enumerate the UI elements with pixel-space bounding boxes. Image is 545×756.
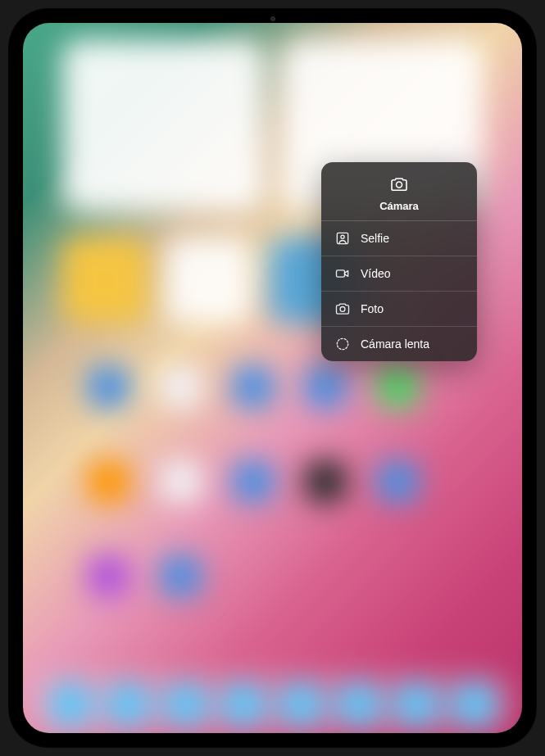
dock-icon [49, 683, 92, 727]
video-icon [334, 265, 351, 282]
dock-icon [338, 683, 381, 727]
menu-item-label: Foto [361, 302, 384, 315]
slomo-icon [334, 336, 351, 352]
app-icon [305, 461, 346, 502]
dock-icon [395, 683, 438, 727]
dock [32, 673, 514, 733]
app-icon [160, 461, 201, 502]
svg-point-5 [337, 338, 347, 349]
widget-small-1 [62, 238, 148, 324]
app-icon [305, 366, 346, 407]
menu-item-video[interactable]: Vídeo [321, 256, 477, 292]
menu-item-selfie[interactable]: Selfie [321, 221, 477, 256]
dock-icon [452, 683, 496, 727]
app-icon [233, 461, 274, 502]
dock-icon [279, 683, 323, 727]
svg-rect-3 [337, 270, 345, 277]
dock-icon [165, 683, 207, 727]
app-icon [88, 461, 129, 502]
widget-small-2 [166, 238, 252, 324]
selfie-icon [334, 230, 351, 247]
app-icon [160, 555, 201, 596]
app-icon [233, 366, 274, 407]
context-menu-title: Cámara [379, 200, 419, 212]
svg-point-2 [341, 235, 344, 238]
photo-icon [334, 301, 351, 317]
menu-item-slomo[interactable]: Cámara lenta [321, 327, 477, 361]
ipad-device-frame: Cámara Selfie [8, 8, 537, 748]
menu-item-label: Cámara lenta [361, 337, 429, 351]
dock-icon [107, 683, 150, 727]
app-icon [88, 366, 129, 407]
menu-item-photo[interactable]: Foto [321, 292, 477, 327]
context-menu-header: Cámara [321, 162, 477, 221]
home-screen-blurred [23, 23, 522, 733]
svg-point-4 [340, 307, 345, 312]
app-icon [377, 366, 418, 407]
front-camera-dot [270, 16, 275, 21]
menu-item-label: Selfie [361, 232, 389, 245]
calendar-widget [62, 39, 264, 211]
svg-point-0 [397, 182, 402, 188]
camera-context-menu: Cámara Selfie [321, 162, 477, 361]
dock-icon [222, 683, 266, 727]
camera-icon [388, 174, 410, 195]
app-icon [377, 461, 418, 502]
app-icon [88, 555, 129, 596]
menu-item-label: Vídeo [361, 267, 391, 280]
ipad-screen: Cámara Selfie [23, 23, 522, 733]
app-icon [160, 366, 201, 407]
